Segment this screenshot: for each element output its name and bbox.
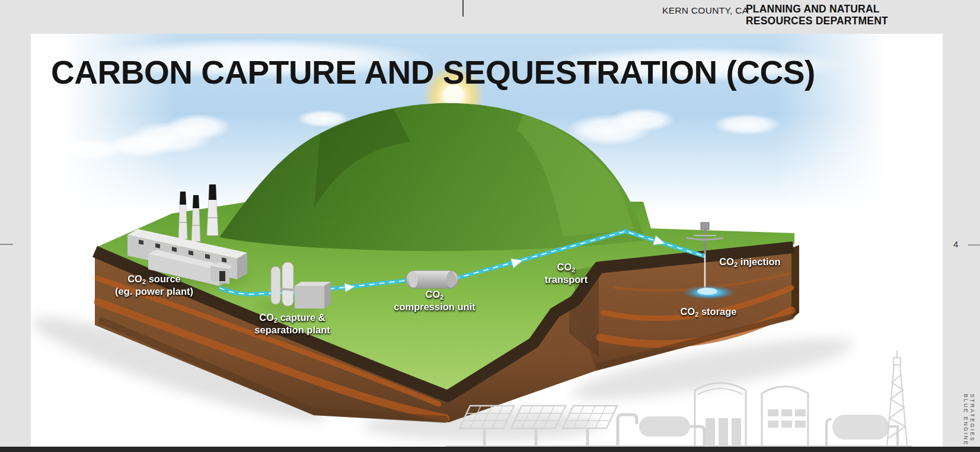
- bottom-black-bar: [0, 447, 980, 452]
- compression-unit: [406, 270, 458, 288]
- label-co2-injection: CO2 injection: [719, 257, 780, 269]
- watermark-line1: BLUE ENGINE: [962, 394, 969, 446]
- presentation-viewer: KERN COUNTY, CA PLANNING AND NATURAL RES…: [0, 0, 980, 452]
- top-center-tick: [462, 0, 464, 17]
- silhouette-lattice-tower: [887, 351, 907, 446]
- label-co2-transport-line2: transport: [545, 275, 588, 284]
- label-co2-source-line1: CO2 source: [115, 274, 193, 287]
- silhouette-pipes-tank: [618, 415, 704, 446]
- page-number-tick: [968, 244, 980, 246]
- label-co2-injection-line1: CO2 injection: [719, 257, 780, 269]
- label-co2-compression-line1: CO2: [394, 289, 475, 302]
- label-co2-transport-line1: CO2: [545, 262, 588, 275]
- slide-title: CARBON CAPTURE AND SEQUESTRATION (CCS): [51, 53, 922, 91]
- header-department-line1: PLANNING AND NATURAL: [746, 4, 888, 15]
- label-co2-source-line2: (eg. power plant): [115, 287, 193, 296]
- label-co2-capture-line2: separation plant: [254, 325, 330, 335]
- left-margin-tick: [0, 244, 13, 245]
- label-co2-capture-line1: CO2 capture &: [254, 313, 330, 325]
- label-co2-capture: CO2 capture & separation plant: [254, 313, 330, 335]
- silhouette-buildings: [695, 383, 898, 447]
- watermark-line2: STRATEGIES: [969, 394, 975, 446]
- header-department: PLANNING AND NATURAL RESOURCES DEPARTMEN…: [746, 4, 888, 27]
- slide-canvas: CARBON CAPTURE AND SEQUESTRATION (CCS) C…: [31, 34, 943, 447]
- label-co2-source: CO2 source (eg. power plant): [115, 274, 193, 296]
- label-co2-storage: CO2 storage: [680, 307, 736, 319]
- label-co2-compression-line2: compression unit: [394, 302, 475, 311]
- header-county: KERN COUNTY, CA: [662, 5, 748, 16]
- label-co2-storage-line1: CO2 storage: [680, 307, 736, 319]
- watermark-vertical-text: BLUE ENGINE STRATEGIES: [962, 394, 975, 446]
- ccs-diagram: [31, 34, 943, 447]
- header-department-line2: RESOURCES DEPARTMENT: [746, 15, 888, 27]
- label-co2-compression: CO2 compression unit: [394, 289, 475, 311]
- page-number: 4: [953, 239, 958, 249]
- label-co2-transport: CO2 transport: [545, 262, 588, 284]
